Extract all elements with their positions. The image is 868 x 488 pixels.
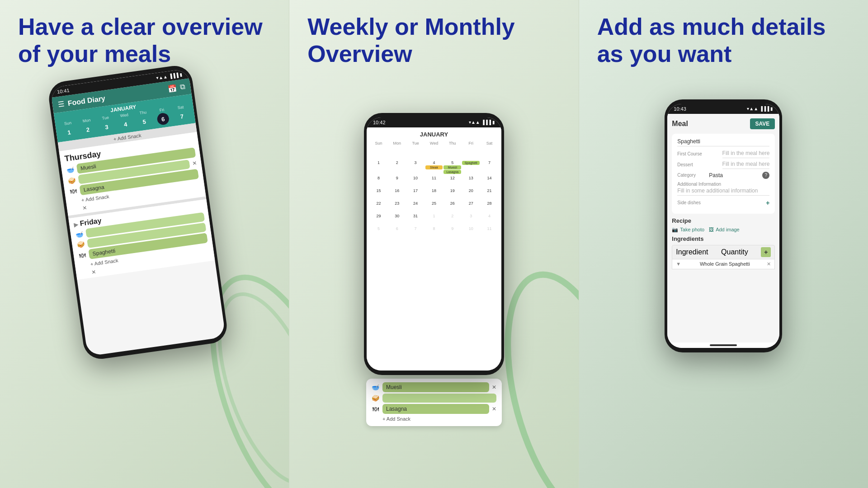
cal-day-3[interactable]: 3 [100,120,113,133]
cell-26[interactable]: 26 [443,200,462,213]
menu-icon[interactable]: ☰ [57,99,65,109]
calendar-icon[interactable]: 📅 [167,84,177,94]
cell-fri-spaghetti[interactable]: Spaghett [462,160,480,175]
meal-icon-2: 🥪 [67,176,76,184]
side-dishes-add-btn[interactable]: + [766,199,769,206]
save-button[interactable]: SAVE [750,118,775,129]
ingredient-name[interactable]: Whole Grain Spaghetti [700,261,750,267]
cell-20[interactable]: 20 [462,188,480,200]
cal-day-6-today[interactable]: 6 [156,112,170,125]
day-header-thu: Thu [134,109,152,116]
meal-tag-lasagna: Lasagna [443,170,461,174]
first-course-input[interactable]: Fill in the meal here [722,150,770,158]
cell-r1-sat [480,147,499,160]
cell-15[interactable]: 15 [369,188,388,200]
meal-name-value[interactable]: Spaghetti [677,138,769,146]
cell-1[interactable]: 1 [369,160,388,175]
additional-info-input[interactable]: Fill in some additional information [677,188,769,196]
copy-icon[interactable]: ⧉ [179,82,186,91]
add-image-link[interactable]: 🖼 Add image [709,227,740,233]
center-empty[interactable] [382,394,496,403]
ingredient-remove-icon[interactable]: ✕ [767,261,771,267]
cell-27[interactable]: 27 [462,200,480,213]
day-header-mon: Mon [77,117,96,124]
cell-3[interactable]: 3 [406,160,425,175]
center-close-1[interactable]: ✕ [492,384,496,390]
question-icon[interactable]: ? [762,172,769,179]
cell-7[interactable]: 7 [480,160,499,175]
cell-31[interactable]: 31 [406,213,425,225]
cal-day-2[interactable]: 2 [81,123,94,136]
cal-day-1[interactable]: 1 [62,125,75,138]
full-calendar-grid: Sun Mon Tue Wed Thu Fri Sat [367,140,501,238]
cell-14[interactable]: 14 [480,175,499,188]
ingredient-header: Ingredient Quantity + [672,245,775,259]
home-bar [710,344,737,346]
cell-30[interactable]: 30 [388,213,406,225]
full-cal-header-mon: Mon [388,140,406,147]
cell-25[interactable]: 25 [425,200,443,213]
cell-12[interactable]: 12 [443,175,462,188]
take-photo-link[interactable]: 📷 Take photo [672,227,704,233]
full-cal-header-wed: Wed [425,140,443,147]
meal-tag-steak: Steak [425,165,443,169]
cell-2[interactable]: 2 [388,160,406,175]
close-icon-1[interactable]: ✕ [192,160,197,166]
cell-13[interactable]: 13 [462,175,480,188]
phone-container-center: 10:42 ▾▲▲ ▐▐▐ ▮ JANUARY Sun Mon Tue [289,72,578,426]
cell-19[interactable]: 19 [443,188,462,200]
center-muesli[interactable]: Muesli [382,382,489,392]
cell-24[interactable]: 24 [406,200,425,213]
add-image-label[interactable]: Add image [716,227,740,232]
status-time-left: 10:41 [57,87,70,94]
battery-icon-right: ▮ [770,106,773,111]
cell-28[interactable]: 28 [480,200,499,213]
phone-screen-left: 10:41 ▾▲▲ ▐▐▐ ▮ ☰ Food Diary 📅 ⧉ [50,68,226,356]
close-icon-2[interactable]: ✕ [71,204,87,213]
full-cal-header-sat: Sat [480,140,499,147]
signal-icon-right: ▐▐▐ [760,106,769,111]
cell-17[interactable]: 17 [406,188,425,200]
cell-11[interactable]: 11 [425,175,443,188]
category-value[interactable]: Pasta [709,172,762,178]
center-close-2[interactable]: ✕ [492,406,496,412]
center-meal-icon-1: 🥣 [372,384,380,391]
cell-22[interactable]: 22 [369,200,388,213]
cell-23[interactable]: 23 [388,200,406,213]
cell-18[interactable]: 18 [425,188,443,200]
cell-r1-tue [406,147,425,160]
phone-screen-center: 10:42 ▾▲▲ ▐▐▐ ▮ JANUARY Sun Mon Tue [367,117,501,371]
cell-29[interactable]: 29 [369,213,388,225]
cell-10[interactable]: 10 [406,175,425,188]
add-ingredient-button[interactable]: + [761,247,771,257]
cell-9[interactable]: 9 [388,175,406,188]
cell-21[interactable]: 21 [480,188,499,200]
cell-r1-thu [443,147,462,160]
panel-left-heading: Have a clear overview of your meals [0,0,289,72]
category-label: Category [677,173,709,178]
form-header: Meal SAVE [672,118,775,129]
cell-5[interactable]: 5MuesliLasagna [443,160,462,175]
cell-16[interactable]: 16 [388,188,406,200]
cal-day-5[interactable]: 5 [137,115,151,128]
status-time-right: 10:43 [674,106,686,112]
center-lasagna[interactable]: Lasagna [382,404,489,414]
image-icon: 🖼 [709,227,714,232]
dessert-row: Dessert Fill in the meal here [677,161,769,169]
cell-r1-wed [425,147,443,160]
cell-next-1: 1 [425,213,443,225]
cal-day-7[interactable]: 7 [175,109,188,122]
center-meal-3: 🍽 Lasagna ✕ [372,404,496,414]
center-meal-2: 🥪 [372,394,496,403]
cal-day-4[interactable]: 4 [119,117,132,131]
phone-screen-right: 10:43 ▾▲▲ ▐▐▐ ▮ Meal SAVE [667,104,779,348]
cell-r1-sun [369,147,388,160]
cell-8[interactable]: 8 [369,175,388,188]
cell-next-9: 9 [443,225,462,238]
cell-4[interactable]: 4Steak [425,160,443,175]
expand-icon[interactable]: ▼ [676,261,681,267]
close-icon-3[interactable]: ✕ [80,268,96,277]
take-photo-label[interactable]: Take photo [680,227,704,232]
dessert-input[interactable]: Fill in the meal here [722,161,770,169]
center-add-snack[interactable]: + Add Snack [372,415,496,422]
